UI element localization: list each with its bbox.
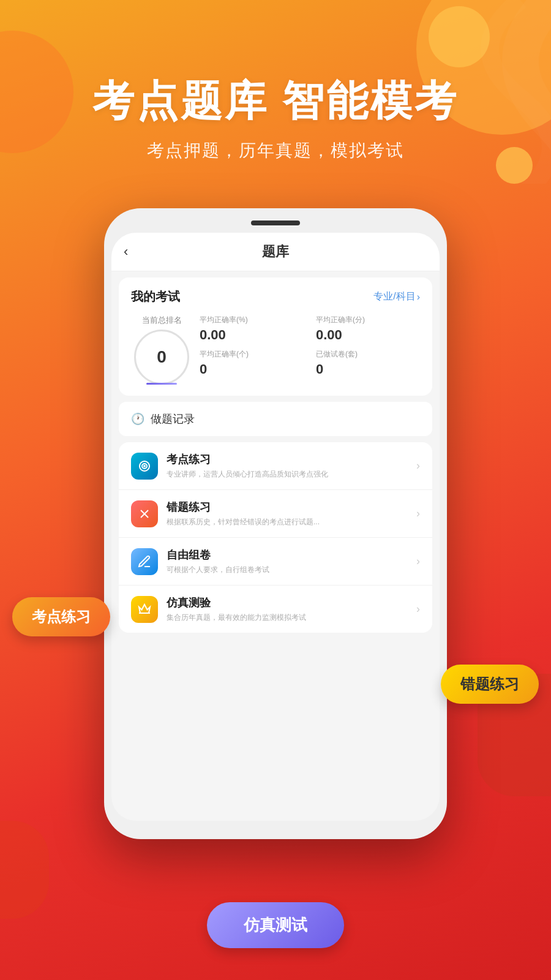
phone-wrapper: ‹ 题库 我的考试 专业/科目 › 当前总排名 0 [104, 208, 447, 839]
menu-item-kaodian[interactable]: 考点练习 专业讲师，运营人员倾心打造高品质知识考点强化 › [119, 442, 432, 490]
menu-name-ziyou: 自由组卷 [167, 548, 416, 562]
float-kaodian-label: 考点练习 [12, 597, 110, 636]
rank-wrapper: 当前总排名 0 [131, 315, 192, 385]
clock-icon: 🕐 [131, 412, 144, 426]
float-kaodian-text: 考点练习 [32, 608, 91, 625]
stat-label-0: 平均正确率(%) [200, 315, 304, 325]
chevron-icon-kaodian: › [416, 459, 420, 472]
menu-desc-kaodian: 专业讲师，运营人员倾心打造高品质知识考点强化 [167, 469, 338, 480]
menu-name-kaodian: 考点练习 [167, 452, 416, 467]
float-cuoti-label: 错题练习 [441, 665, 539, 704]
stat-item-1: 平均正确率(分) 0.00 [316, 315, 420, 343]
menu-content-fangzhen: 仿真测验 集合历年真题，最有效的能力监测模拟考试 [167, 595, 416, 623]
stat-label-1: 平均正确率(分) [316, 315, 420, 325]
stat-value-2: 0 [200, 361, 304, 377]
menu-name-fangzhen: 仿真测验 [167, 595, 416, 610]
float-fangzhen-text: 仿真测试 [244, 916, 307, 934]
record-text: 做题记录 [151, 412, 195, 426]
stat-value-1: 0.00 [316, 327, 420, 343]
nav-bar: ‹ 题库 [111, 233, 440, 271]
menu-icon-cuoti [131, 500, 158, 527]
float-fangzhen-label[interactable]: 仿真测试 [207, 902, 344, 948]
main-title: 考点题库 智能模考 [0, 74, 551, 129]
menu-icon-fangzhen [131, 596, 158, 623]
rank-circle: 0 [134, 330, 189, 385]
menu-desc-fangzhen: 集合历年真题，最有效的能力监测模拟考试 [167, 612, 338, 623]
float-cuoti-text: 错题练习 [460, 676, 519, 692]
phone-mockup: ‹ 题库 我的考试 专业/科目 › 当前总排名 0 [104, 208, 447, 839]
chevron-icon-fangzhen: › [416, 603, 420, 616]
stat-label-2: 平均正确率(个) [200, 349, 304, 360]
menu-desc-cuoti: 根据联系历史，针对曾经错误的考点进行试题... [167, 517, 338, 527]
menu-content-ziyou: 自由组卷 可根据个人要求，自行组卷考试 [167, 548, 416, 575]
back-button[interactable]: ‹ [124, 244, 128, 260]
nav-title: 题库 [262, 243, 289, 261]
sub-title: 考点押题，历年真题，模拟考试 [0, 139, 551, 162]
chevron-icon-ziyou: › [416, 555, 420, 568]
stat-value-3: 0 [316, 361, 420, 377]
stat-value-0: 0.00 [200, 327, 304, 343]
svg-point-2 [144, 466, 145, 467]
menu-item-fangzhen[interactable]: 仿真测验 集合历年真题，最有效的能力监测模拟考试 › [119, 586, 432, 633]
exam-link-text: 专业/科目 [373, 290, 415, 303]
stat-label-3: 已做试卷(套) [316, 349, 420, 360]
my-exam-header: 我的考试 专业/科目 › [131, 288, 420, 305]
menu-item-ziyou[interactable]: 自由组卷 可根据个人要求，自行组卷考试 › [119, 538, 432, 586]
chevron-right-icon: › [417, 292, 420, 303]
menu-item-cuoti[interactable]: 错题练习 根据联系历史，针对曾经错误的考点进行试题... › [119, 490, 432, 538]
my-exam-section: 我的考试 专业/科目 › 当前总排名 0 [119, 277, 432, 396]
menu-content-cuoti: 错题练习 根据联系历史，针对曾经错误的考点进行试题... [167, 500, 416, 527]
stat-item-2: 平均正确率(个) 0 [200, 349, 304, 377]
chevron-icon-cuoti: › [416, 507, 420, 520]
header-section: 考点题库 智能模考 考点押题，历年真题，模拟考试 [0, 74, 551, 162]
decorative-blob-6 [0, 821, 49, 919]
menu-icon-ziyou [131, 548, 158, 575]
stats-grid: 平均正确率(%) 0.00 平均正确率(分) 0.00 平均正确率(个) 0 已… [200, 315, 420, 377]
menu-icon-kaodian [131, 453, 158, 480]
phone-screen: ‹ 题库 我的考试 专业/科目 › 当前总排名 0 [111, 233, 440, 821]
my-exam-title: 我的考试 [131, 288, 180, 305]
rank-value: 0 [157, 347, 167, 367]
exam-stats: 当前总排名 0 平均正确率(%) 0.00 平均正确率(分) 0.00 平均正确… [131, 315, 420, 385]
phone-notch [251, 221, 300, 225]
rank-label: 当前总排名 [142, 315, 182, 326]
menu-content-kaodian: 考点练习 专业讲师，运营人员倾心打造高品质知识考点强化 [167, 452, 416, 480]
exam-link[interactable]: 专业/科目 › [373, 290, 420, 303]
menu-name-cuoti: 错题练习 [167, 500, 416, 514]
stat-item-0: 平均正确率(%) 0.00 [200, 315, 304, 343]
record-row[interactable]: 🕐 做题记录 [119, 402, 432, 436]
menu-section: 考点练习 专业讲师，运营人员倾心打造高品质知识考点强化 › 错题练习 根据联系历… [119, 442, 432, 633]
menu-desc-ziyou: 可根据个人要求，自行组卷考试 [167, 565, 338, 575]
stat-item-3: 已做试卷(套) 0 [316, 349, 420, 377]
